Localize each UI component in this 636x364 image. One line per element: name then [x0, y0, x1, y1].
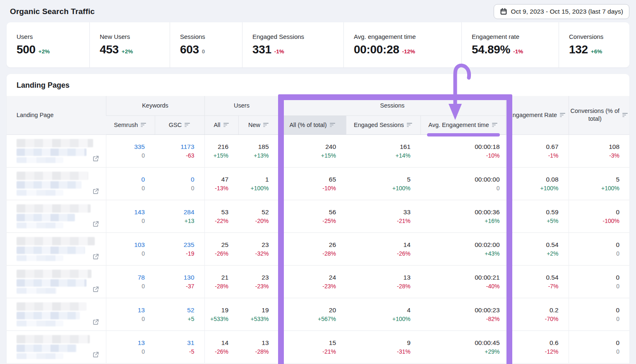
users-all-cell: 21-28% [204, 265, 238, 298]
table-row[interactable]: 130 52+5 19+533% 19+533% 20+567% 4+100% … [7, 298, 629, 330]
gsc-keywords-cell[interactable]: 1173-63 [155, 134, 204, 167]
external-link-icon[interactable] [92, 351, 99, 358]
redacted-link-line [17, 345, 77, 352]
semrush-keywords-cell[interactable]: 3350 [106, 134, 155, 167]
redacted-text-line [17, 270, 91, 278]
sort-icon[interactable] [492, 123, 498, 127]
table-row[interactable]: 00 00 47-13% 1+100% 65-10% 5+100% 00:00:… [7, 167, 629, 200]
redacted-text-line [17, 172, 88, 180]
redacted-text-line [17, 139, 93, 147]
engaged-sessions-cell: 33-21% [346, 200, 420, 232]
redacted-text-line [17, 237, 95, 245]
column-header-sessions-all[interactable]: All (% of total) [279, 115, 346, 134]
conversions-cell: 00 [569, 232, 629, 265]
gsc-keywords-cell[interactable]: 31-5 [155, 330, 204, 363]
column-header-avg-engagement-time[interactable]: Avg. Engagement time [420, 115, 506, 134]
column-group-users: Users [204, 96, 279, 115]
column-group-sessions: Sessions [279, 96, 506, 115]
sort-icon[interactable] [560, 113, 566, 117]
sort-icon[interactable] [407, 123, 413, 127]
column-header-users-new[interactable]: New [238, 115, 279, 134]
gsc-keywords-cell[interactable]: 00 [155, 167, 204, 200]
gsc-keywords-cell[interactable]: 52+5 [155, 298, 204, 330]
stat-change: +2% [38, 48, 50, 55]
stat-change: -12% [402, 48, 415, 55]
column-header-gsc[interactable]: GSC [155, 115, 204, 134]
engaged-sessions-cell: 161+14% [346, 134, 420, 167]
stat-block: Sessions 603 0 [170, 22, 242, 67]
table-row[interactable]: 130 31-5 14-26% 13-28% 15-21% 9-31% 00:0… [7, 330, 629, 363]
redacted-link-line [17, 255, 63, 261]
redacted-landing-page [17, 302, 100, 326]
landing-page-cell [7, 232, 106, 265]
table-row[interactable]: 780 130-37 21-28% 23-23% 24-23% 13-28% 0… [7, 265, 629, 298]
semrush-keywords-cell[interactable]: 780 [106, 265, 155, 298]
engagement-rate-cell: 0.59+5% [506, 200, 569, 232]
date-range-label: Oct 9, 2023 - Oct 15, 2023 (last 7 days) [511, 8, 623, 15]
date-range-picker[interactable]: Oct 9, 2023 - Oct 15, 2023 (last 7 days) [494, 4, 629, 19]
landing-pages-table: Landing Page Keywords Users Sessions Eng… [7, 96, 629, 364]
engaged-sessions-cell: 4+100% [346, 298, 420, 330]
sort-icon[interactable] [223, 123, 229, 127]
avg-engagement-time-cell: 00:00:23-82% [420, 298, 506, 330]
redacted-link-line [17, 288, 57, 294]
engagement-rate-cell: 0.6-12% [506, 330, 569, 363]
table-row[interactable]: 1030 235-19 25-26% 23-32% 26-28% 14-26% … [7, 232, 629, 265]
stat-block: Users 500 +2% [7, 22, 89, 67]
redacted-landing-page [17, 139, 100, 163]
stat-label: Engaged Sessions [252, 33, 343, 40]
semrush-keywords-cell[interactable]: 130 [106, 298, 155, 330]
sessions-all-cell: 15-21% [279, 330, 346, 363]
users-new-cell: 23-23% [238, 265, 279, 298]
table-row[interactable]: 3350 1173-63 216+15% 185+13% 240+15% 161… [7, 134, 629, 167]
external-link-icon[interactable] [92, 188, 99, 195]
sort-icon[interactable] [263, 123, 269, 127]
engaged-sessions-cell: 14-26% [346, 232, 420, 265]
redacted-link-line [17, 279, 86, 287]
external-link-icon[interactable] [92, 220, 99, 228]
avg-engagement-time-cell: 00:00:18-10% [420, 134, 506, 167]
stat-block: Conversions 132 +6% [559, 22, 629, 67]
sort-icon[interactable] [185, 123, 190, 127]
gsc-keywords-cell[interactable]: 130-37 [155, 265, 204, 298]
redacted-link-line [17, 247, 85, 254]
column-header-semrush[interactable]: Semrush [106, 115, 155, 134]
semrush-keywords-cell[interactable]: 00 [106, 167, 155, 200]
stat-label: New Users [100, 33, 170, 40]
conversions-cell: 0-100% [569, 200, 629, 232]
semrush-keywords-cell[interactable]: 130 [106, 330, 155, 363]
conversions-cell: 00 [569, 330, 629, 363]
landing-pages-title: Landing Pages [7, 81, 629, 96]
users-new-cell: 23-32% [238, 232, 279, 265]
stat-change: +6% [591, 48, 602, 55]
stat-label: Avg. engagement time [354, 33, 461, 40]
landing-page-cell [7, 134, 106, 167]
external-link-icon[interactable] [92, 155, 99, 162]
table-row[interactable]: 1430 284+13 53-22% 52-20% 56-25% 33-21% … [7, 200, 629, 232]
column-header-engagement-rate[interactable]: Engagement Rate [506, 96, 569, 134]
redacted-link-line [17, 223, 63, 228]
stat-block: New Users 453 +2% [89, 22, 170, 67]
engaged-sessions-cell: 13-28% [346, 265, 420, 298]
sort-icon[interactable] [330, 123, 336, 127]
external-link-icon[interactable] [92, 253, 99, 260]
external-link-icon[interactable] [92, 286, 99, 293]
sort-icon[interactable] [141, 123, 146, 127]
gsc-keywords-cell[interactable]: 284+13 [155, 200, 204, 232]
column-header-engaged-sessions[interactable]: Engaged Sessions [346, 115, 420, 134]
column-group-keywords: Keywords [106, 96, 204, 115]
semrush-keywords-cell[interactable]: 1430 [106, 200, 155, 232]
users-all-cell: 19+533% [204, 298, 238, 330]
column-header-users-all[interactable]: All [204, 115, 238, 134]
sessions-all-cell: 240+15% [279, 134, 346, 167]
users-all-cell: 53-22% [204, 200, 238, 232]
external-link-icon[interactable] [92, 318, 99, 326]
gsc-keywords-cell[interactable]: 235-19 [155, 232, 204, 265]
redacted-link-line [17, 353, 63, 359]
engagement-rate-cell: 0.67-1% [506, 134, 569, 167]
semrush-keywords-cell[interactable]: 1030 [106, 232, 155, 265]
redacted-text-line [17, 302, 86, 311]
users-new-cell: 1+100% [238, 167, 279, 200]
sort-icon[interactable] [622, 113, 628, 117]
column-header-conversions[interactable]: Conversions (% of total) [569, 96, 629, 134]
